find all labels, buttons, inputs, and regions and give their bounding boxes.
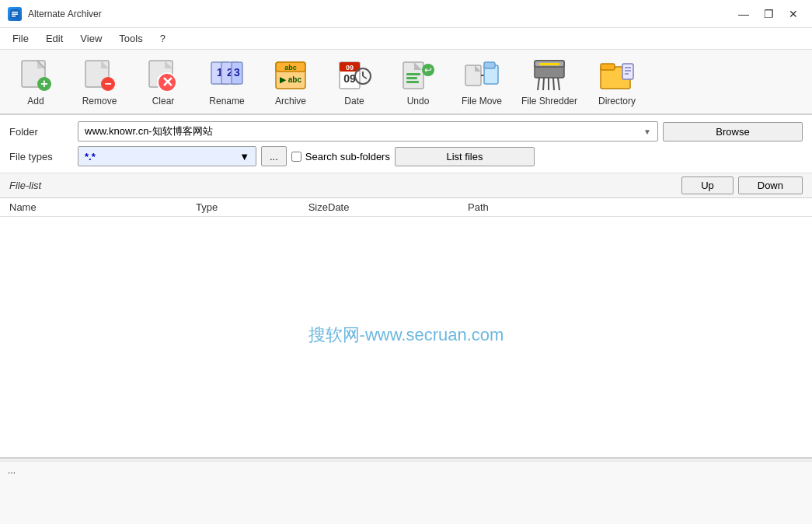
add-label: Add	[27, 96, 44, 107]
dots-button[interactable]: ...	[261, 146, 287, 166]
title-bar-controls: — ❐ ✕	[733, 5, 804, 23]
folder-input-wrapper: www.knowr.cn-知软博客网站 ▼ Browse	[78, 121, 803, 141]
status-text: ...	[8, 465, 16, 476]
svg-rect-42	[465, 65, 481, 86]
col-date: Date	[328, 201, 468, 213]
file-list-header: File-list Up Down	[0, 173, 812, 198]
directory-label: Directory	[598, 96, 636, 107]
filemove-icon	[463, 57, 500, 94]
file-type-select[interactable]: *.* ▼	[78, 146, 256, 166]
close-button[interactable]: ✕	[782, 5, 804, 23]
svg-line-53	[553, 78, 554, 90]
watermark: 搜软网-www.secruan.com	[308, 323, 504, 347]
table-body: 搜软网-www.secruan.com	[0, 217, 812, 457]
svg-text:+: +	[40, 77, 47, 90]
app-icon	[8, 7, 22, 21]
archive-label: Archive	[275, 96, 306, 107]
search-subfolders-text: Search sub-folders	[305, 151, 390, 162]
svg-rect-58	[622, 64, 633, 79]
folder-label: Folder	[9, 126, 71, 138]
up-button[interactable]: Up	[681, 176, 734, 194]
menu-view[interactable]: View	[72, 30, 110, 47]
svg-line-51	[543, 78, 544, 90]
date-icon: 09 09	[336, 57, 373, 94]
remove-icon: −	[81, 57, 118, 94]
svg-text:✕: ✕	[162, 75, 173, 90]
remove-button[interactable]: − Remove	[68, 53, 131, 110]
undo-button[interactable]: ↩ Undo	[387, 53, 449, 110]
fileshredder-button[interactable]: File Shredder	[514, 53, 584, 110]
svg-rect-57	[601, 64, 615, 70]
title-bar-left: Alternate Archiver	[8, 7, 102, 21]
folder-value: www.knowr.cn-知软博客网站	[85, 124, 213, 138]
svg-text:▶ abc: ▶ abc	[280, 75, 301, 84]
browse-button[interactable]: Browse	[663, 122, 803, 141]
title-bar: Alternate Archiver — ❐ ✕	[0, 0, 812, 28]
folder-dropdown-arrow: ▼	[643, 128, 651, 136]
table-header: Name Type Size Date Path	[0, 198, 812, 217]
archive-button[interactable]: abc ▶ abc Archive	[260, 53, 322, 110]
file-type-dropdown-arrow: ▼	[239, 151, 249, 162]
undo-label: Undo	[407, 96, 430, 107]
svg-line-34	[363, 76, 367, 79]
svg-rect-2	[12, 13, 18, 15]
svg-text:3: 3	[234, 66, 240, 79]
svg-rect-47	[484, 62, 495, 68]
svg-text:abc: abc	[284, 64, 297, 72]
down-button[interactable]: Down	[738, 176, 803, 194]
filemove-button[interactable]: File Move	[451, 53, 513, 110]
fileshredder-label: File Shredder	[521, 96, 577, 107]
rename-icon: 1 2 3	[208, 57, 246, 94]
status-bar: ...	[0, 462, 812, 524]
toolbar: + Add − Remove ✕ Clear	[0, 50, 812, 115]
main-content: Folder www.knowr.cn-知软博客网站 ▼ Browse File…	[0, 115, 812, 457]
archive-icon: abc ▶ abc	[272, 57, 309, 94]
svg-text:09: 09	[346, 64, 354, 72]
file-types-label: File types	[9, 151, 71, 162]
col-path: Path	[468, 201, 803, 213]
menu-help[interactable]: ?	[152, 30, 173, 47]
file-types-input-wrapper: *.* ▼ ... Search sub-folders List files	[78, 146, 803, 166]
folder-row: Folder www.knowr.cn-知软博客网站 ▼ Browse	[9, 121, 803, 141]
clear-label: Clear	[152, 96, 175, 107]
folder-input[interactable]: www.knowr.cn-知软博客网站 ▼	[78, 121, 658, 141]
date-label: Date	[344, 96, 364, 107]
file-list-controls: Up Down	[681, 176, 803, 194]
list-files-button[interactable]: List files	[395, 147, 535, 166]
menu-file[interactable]: File	[5, 30, 37, 47]
clear-button[interactable]: ✕ Clear	[132, 53, 194, 110]
svg-text:↩: ↩	[424, 65, 432, 75]
rename-label: Rename	[209, 96, 244, 107]
rename-button[interactable]: 1 2 3 Rename	[196, 53, 258, 110]
menu-edit[interactable]: Edit	[38, 30, 71, 47]
directory-button[interactable]: Directory	[586, 53, 648, 110]
fileshredder-icon	[531, 57, 568, 94]
directory-icon	[598, 57, 636, 94]
filemove-label: File Move	[462, 96, 502, 107]
col-size: Size	[266, 201, 328, 213]
menu-bar: File Edit View Tools ?	[0, 28, 812, 50]
svg-rect-55	[539, 63, 559, 65]
undo-icon: ↩	[399, 57, 437, 94]
menu-tools[interactable]: Tools	[111, 30, 150, 47]
date-button[interactable]: 09 09 Date	[323, 53, 385, 110]
svg-rect-41	[406, 81, 419, 83]
col-type: Type	[196, 201, 266, 213]
svg-rect-40	[406, 77, 417, 79]
svg-rect-3	[12, 16, 16, 17]
search-subfolders-label[interactable]: Search sub-folders	[291, 151, 390, 162]
clear-icon: ✕	[145, 57, 182, 94]
add-button[interactable]: + Add	[5, 53, 67, 110]
maximize-button[interactable]: ❐	[758, 5, 779, 23]
svg-text:09: 09	[343, 72, 356, 85]
svg-line-54	[558, 78, 559, 90]
file-type-value: *.*	[85, 151, 96, 162]
minimize-button[interactable]: —	[733, 5, 754, 23]
file-types-row: File types *.* ▼ ... Search sub-folders …	[9, 146, 803, 166]
svg-rect-1	[12, 12, 18, 13]
form-area: Folder www.knowr.cn-知软博客网站 ▼ Browse File…	[0, 115, 812, 173]
svg-text:−: −	[104, 77, 111, 90]
search-subfolders-checkbox[interactable]	[291, 152, 301, 162]
remove-label: Remove	[82, 96, 117, 107]
svg-rect-39	[406, 73, 420, 75]
